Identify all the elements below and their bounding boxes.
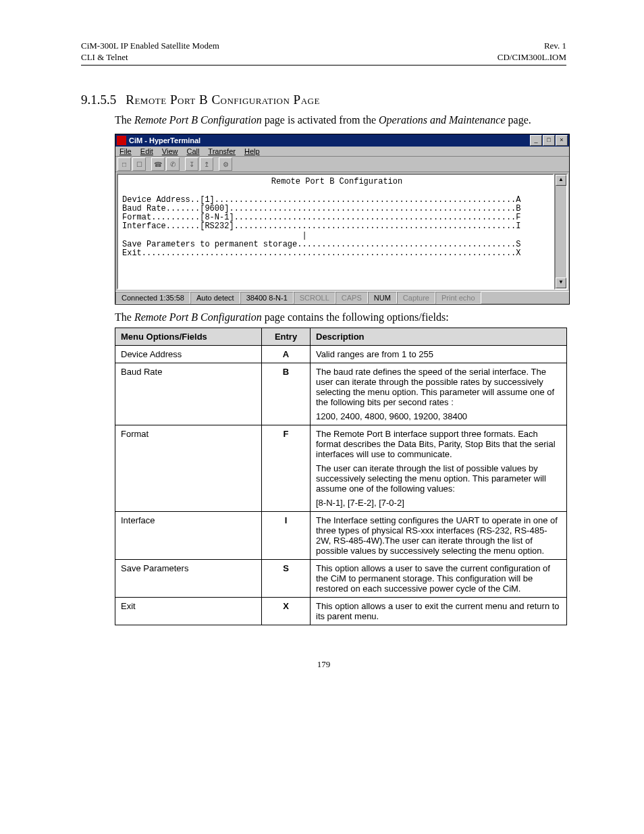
status-connected: Connected 1:35:58 xyxy=(115,292,190,304)
term-line-4: Interface.......[RS232].................… xyxy=(122,221,521,231)
cell-menu: Baud Rate xyxy=(115,363,262,425)
term-line-6: Save Parameters to permanent storage....… xyxy=(122,240,521,249)
cell-entry: A xyxy=(262,346,311,363)
intro1-a: The xyxy=(115,114,134,126)
term-line-5: | xyxy=(122,231,307,240)
scrollbar[interactable]: ▲ ▼ xyxy=(554,174,568,290)
cell-desc: The Interface setting configures the UAR… xyxy=(311,512,567,560)
header-left-2: CLI & Telnet xyxy=(81,52,219,63)
scroll-track[interactable] xyxy=(556,186,566,278)
term-title: Remote Port B Configuration xyxy=(122,178,552,186)
minimize-button[interactable]: _ xyxy=(530,135,542,146)
table-row: Baud RateBThe baud rate defines the spee… xyxy=(115,363,567,425)
status-num: NUM xyxy=(368,292,397,304)
close-button[interactable]: × xyxy=(556,135,568,146)
table-row: ExitXThis option allows a user to exit t… xyxy=(115,598,567,625)
intro1-b: Remote Port B Configuration xyxy=(134,114,262,126)
scroll-up-icon[interactable]: ▲ xyxy=(556,175,566,186)
header-left-1: CiM-300L IP Enabled Satellite Modem xyxy=(81,41,219,52)
toolbar: □ ☐ ☎ ✆ ↧ ↥ ⚙ xyxy=(115,157,569,172)
status-detect: Auto detect xyxy=(190,292,240,304)
cell-desc: The baud rate defines the speed of the s… xyxy=(311,363,567,425)
desc-paragraph: [8-N-1], [7-E-2], [7-0-2] xyxy=(316,498,561,508)
status-scroll: SCROLL xyxy=(294,292,336,304)
th-desc: Description xyxy=(311,328,567,346)
intro-paragraph-1: The Remote Port B Configuration page is … xyxy=(115,113,566,128)
table-header-row: Menu Options/Fields Entry Description xyxy=(115,328,567,346)
section-number: 9.1.5.5 xyxy=(81,93,116,107)
page-number: 179 xyxy=(81,659,566,670)
term-line-1: Device Address..[1].....................… xyxy=(122,195,521,205)
desc-paragraph: This option allows a user to save the cu… xyxy=(316,563,561,594)
intro1-d: Operations and Maintenance xyxy=(379,114,506,126)
header-right-1: Rev. 1 xyxy=(498,41,566,52)
window-title: CiM - HyperTerminal xyxy=(129,136,530,145)
status-capture: Capture xyxy=(397,292,435,304)
cell-menu: Device Address xyxy=(115,346,262,363)
intro-paragraph-2: The Remote Port B Configuration page con… xyxy=(115,311,566,323)
menu-view[interactable]: View xyxy=(162,147,178,155)
toolbar-new-icon[interactable]: □ xyxy=(117,157,131,171)
menu-edit[interactable]: Edit xyxy=(140,147,153,155)
header-right-2: CD/CIM300L.IOM xyxy=(498,52,566,63)
term-line-3: Format..........[8-N-1].................… xyxy=(122,213,521,222)
intro2-c: page contains the following options/fiel… xyxy=(262,311,449,323)
toolbar-hangup-icon[interactable]: ✆ xyxy=(166,157,180,171)
cell-menu: Exit xyxy=(115,598,262,625)
menu-call[interactable]: Call xyxy=(187,147,200,155)
intro2-a: The xyxy=(115,311,134,323)
page-header: CiM-300L IP Enabled Satellite Modem CLI … xyxy=(81,41,566,66)
section-title: Remote Port B Configuration Page xyxy=(126,93,320,107)
hyperterminal-window: CiM - HyperTerminal _ □ × File Edit View… xyxy=(115,134,570,305)
cell-entry: S xyxy=(262,560,311,598)
cell-desc: The Remote Port B interface support thre… xyxy=(311,425,567,512)
toolbar-properties-icon[interactable]: ⚙ xyxy=(219,157,232,171)
th-entry: Entry xyxy=(262,328,311,346)
toolbar-open-icon[interactable]: ☐ xyxy=(132,157,146,171)
app-icon xyxy=(117,136,126,145)
terminal-wrap: Remote Port B Configuration Device Addre… xyxy=(115,172,569,291)
status-rate: 38400 8-N-1 xyxy=(240,292,294,304)
desc-paragraph: The baud rate defines the speed of the s… xyxy=(316,367,561,407)
table-row: FormatFThe Remote Port B interface suppo… xyxy=(115,425,567,512)
cell-desc: This option allows a user to exit the cu… xyxy=(311,598,567,625)
intro1-c: page is activated from the xyxy=(262,114,379,126)
table-row: Device AddressAValid ranges are from 1 t… xyxy=(115,346,567,363)
terminal-content[interactable]: Remote Port B Configuration Device Addre… xyxy=(117,174,554,290)
section-heading: 9.1.5.5 Remote Port B Configuration Page xyxy=(81,93,566,107)
statusbar: Connected 1:35:58 Auto detect 38400 8-N-… xyxy=(115,291,569,304)
cell-menu: Save Parameters xyxy=(115,560,262,598)
intro1-e: page. xyxy=(506,114,531,126)
page: CiM-300L IP Enabled Satellite Modem CLI … xyxy=(0,0,644,834)
toolbar-receive-icon[interactable]: ↥ xyxy=(200,157,213,171)
desc-paragraph: This option allows a user to exit the cu… xyxy=(316,601,561,621)
cell-menu: Format xyxy=(115,425,262,512)
menubar: File Edit View Call Transfer Help xyxy=(115,147,569,157)
table-row: Save ParametersSThis option allows a use… xyxy=(115,560,567,598)
intro2-b: Remote Port B Configuration xyxy=(134,311,262,323)
cell-desc: Valid ranges are from 1 to 255 xyxy=(311,346,567,363)
status-echo: Print echo xyxy=(435,292,481,304)
term-line-2: Baud Rate.......[9600]..................… xyxy=(122,204,521,213)
desc-paragraph: The user can iterate through the list of… xyxy=(316,463,561,494)
desc-paragraph: Valid ranges are from 1 to 255 xyxy=(316,349,561,359)
desc-paragraph: The Interface setting configures the UAR… xyxy=(316,515,561,556)
cell-desc: This option allows a user to save the cu… xyxy=(311,560,567,598)
desc-paragraph: The Remote Port B interface support thre… xyxy=(316,429,561,459)
maximize-button[interactable]: □ xyxy=(543,135,555,146)
cell-entry: B xyxy=(262,363,311,425)
titlebar: CiM - HyperTerminal _ □ × xyxy=(115,134,569,147)
options-table: Menu Options/Fields Entry Description De… xyxy=(115,328,567,625)
cell-entry: I xyxy=(262,512,311,560)
menu-transfer[interactable]: Transfer xyxy=(208,147,236,155)
cell-menu: Interface xyxy=(115,512,262,560)
toolbar-send-icon[interactable]: ↧ xyxy=(185,157,198,171)
toolbar-call-icon[interactable]: ☎ xyxy=(151,157,165,171)
menu-help[interactable]: Help xyxy=(244,147,260,155)
th-menu: Menu Options/Fields xyxy=(115,328,262,346)
menu-file[interactable]: File xyxy=(119,147,132,155)
scroll-down-icon[interactable]: ▼ xyxy=(556,278,566,288)
table-row: InterfaceIThe Interface setting configur… xyxy=(115,512,567,560)
cell-entry: F xyxy=(262,425,311,512)
table-body: Device AddressAValid ranges are from 1 t… xyxy=(115,346,567,625)
